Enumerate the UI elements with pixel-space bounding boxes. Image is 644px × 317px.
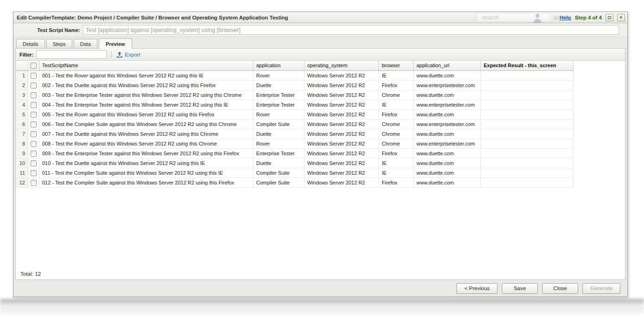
row-checkbox[interactable]: [31, 180, 37, 186]
tab-preview[interactable]: Preview: [99, 38, 132, 49]
row-number: 11: [16, 168, 28, 178]
column-header-os[interactable]: operating_system: [304, 61, 379, 70]
cell-browser: IE: [379, 168, 414, 178]
cell-browser: Chrome: [379, 120, 414, 129]
row-checkbox-cell: [28, 158, 39, 168]
row-number: 8: [16, 139, 28, 148]
row-checkbox-cell: [28, 149, 39, 158]
cell-name: 001 - Test the Rover against this Window…: [39, 71, 253, 80]
dialog-title: Edit CompilerTemplate: Demo Project / Co…: [13, 15, 288, 20]
total-label: Total:: [20, 271, 33, 277]
tab-details[interactable]: Details: [16, 39, 45, 48]
column-header-app[interactable]: application: [253, 61, 304, 70]
row-checkbox-cell: [28, 71, 39, 80]
row-checkbox[interactable]: [31, 170, 37, 176]
maximize-button[interactable]: [606, 14, 613, 21]
table-row[interactable]: 6006 - Test the Compiler Suite against t…: [16, 120, 574, 129]
table-row[interactable]: 9009 - Test the Enterprise Tester agains…: [16, 149, 574, 158]
cell-os: Windows Server 2012 R2: [304, 158, 379, 168]
close-icon: ✕: [619, 15, 623, 20]
test-script-name-input[interactable]: [83, 25, 619, 35]
cell-browser: Chrome: [379, 139, 414, 148]
cell-exp: [481, 178, 574, 187]
total-row: Total: 12: [16, 268, 625, 279]
cell-name: 007 - Test the Duette against this Windo…: [39, 129, 253, 139]
row-checkbox[interactable]: [31, 121, 37, 127]
cell-browser: IE: [379, 100, 414, 109]
table-empty-space: [16, 188, 625, 268]
cell-url: www.duette.com: [414, 71, 481, 80]
table-row[interactable]: 12012 - Test the Compiler Suite against …: [16, 178, 574, 188]
filter-input[interactable]: [36, 50, 107, 59]
help-link[interactable]: Help: [560, 15, 571, 20]
cell-name: 010 - Test the Duette against this Windo…: [39, 158, 253, 168]
cell-exp: [481, 168, 574, 178]
cell-url: www.duette.com: [414, 129, 481, 139]
row-checkbox[interactable]: [31, 141, 37, 147]
cell-name: 002 - Test the Duette against this Windo…: [39, 81, 253, 90]
select-all-cell: [28, 61, 39, 70]
column-header-name[interactable]: TestScriptName: [39, 61, 253, 70]
table-row[interactable]: 1001 - Test the Rover against this Windo…: [16, 71, 574, 81]
table-row[interactable]: 2002 - Test the Duette against this Wind…: [16, 81, 574, 90]
table-header-row: TestScriptNameapplicationoperating_syste…: [16, 61, 574, 71]
table-row[interactable]: 4004 - Test the Enterprise Tester agains…: [16, 100, 574, 110]
row-checkbox[interactable]: [31, 131, 37, 137]
row-checkbox[interactable]: [31, 160, 37, 166]
column-header-exp[interactable]: Expected Result - this_screen: [481, 61, 574, 70]
close-button[interactable]: ✕: [617, 14, 625, 21]
cell-app: Duette: [253, 81, 304, 90]
table-row[interactable]: 11011 - Test the Compiler Suite against …: [16, 168, 574, 178]
row-checkbox-cell: [28, 100, 39, 109]
column-header-url[interactable]: application_url: [414, 61, 481, 70]
dialog-footer: < PreviousSaveCloseGenerate: [13, 280, 627, 297]
cell-url: www.duette.com: [414, 168, 481, 178]
table-row[interactable]: 8008 - Test the Rover against this Windo…: [16, 139, 574, 149]
row-checkbox-cell: [28, 129, 39, 139]
dialog-drop-shadow-soft: [0, 309, 644, 315]
tab-data[interactable]: Data: [74, 39, 97, 48]
generate-button[interactable]: Generate: [582, 283, 620, 294]
previous-button[interactable]: < Previous: [456, 283, 498, 294]
column-header-browser[interactable]: browser: [379, 61, 414, 70]
cell-browser: IE: [379, 71, 414, 80]
cell-name: 011 - Test the Compiler Suite against th…: [39, 168, 253, 178]
cell-browser: Chrome: [379, 90, 414, 100]
row-checkbox[interactable]: [31, 92, 37, 98]
cell-exp: [481, 81, 574, 90]
table-row[interactable]: 5005 - Test the Rover against this Windo…: [16, 110, 574, 120]
table-row[interactable]: 7007 - Test the Duette against this Wind…: [16, 129, 574, 139]
table-header: TestScriptNameapplicationoperating_syste…: [16, 61, 574, 71]
cell-os: Windows Server 2012 R2: [304, 71, 379, 80]
close-button[interactable]: Close: [542, 283, 578, 294]
tab-steps[interactable]: Steps: [46, 39, 72, 48]
row-checkbox[interactable]: [31, 112, 37, 118]
row-checkbox[interactable]: [31, 102, 37, 108]
table-row[interactable]: 10010 - Test the Duette against this Win…: [16, 158, 574, 168]
row-number: 3: [16, 90, 28, 100]
row-checkbox-cell: [28, 120, 39, 129]
filter-toolbar: Filter: Export: [16, 49, 625, 61]
row-checkbox[interactable]: [31, 73, 37, 79]
row-checkbox-cell: [28, 81, 39, 90]
tab-strip: DetailsStepsDataPreview: [13, 37, 627, 48]
row-number: 2: [16, 81, 28, 90]
cell-os: Windows Server 2012 R2: [304, 120, 379, 129]
cell-url: www.enterprisetester.com: [414, 81, 481, 90]
export-button[interactable]: Export: [116, 51, 140, 58]
row-checkbox[interactable]: [31, 151, 37, 157]
table-row[interactable]: 3003 - Test the Enterprise Tester agains…: [16, 90, 574, 100]
cell-app: Rover: [253, 139, 304, 148]
select-all-checkbox[interactable]: [31, 63, 37, 69]
edit-compiler-template-dialog: search admin Edit CompilerTemplate: Demo…: [13, 12, 628, 297]
row-number: 9: [16, 149, 28, 158]
cell-app: Enterprise Tester: [253, 100, 304, 109]
row-checkbox[interactable]: [31, 82, 37, 89]
cell-app: Enterprise Tester: [253, 90, 304, 100]
cell-exp: [481, 139, 574, 148]
row-number: 10: [16, 158, 28, 168]
save-button[interactable]: Save: [502, 283, 538, 294]
cell-os: Windows Server 2012 R2: [304, 168, 379, 178]
cell-url: www.duette.com: [414, 90, 481, 100]
cell-url: www.enterprisetester.com: [414, 139, 481, 148]
